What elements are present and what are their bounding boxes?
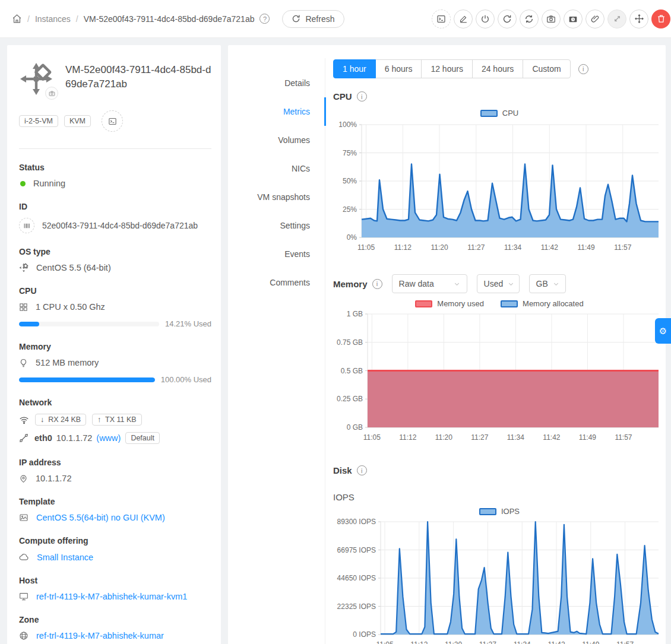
tab-settings[interactable]: Settings <box>228 211 326 240</box>
memory-info-icon[interactable]: i <box>372 279 382 289</box>
reboot-button[interactable] <box>498 9 517 28</box>
zone-link[interactable]: ref-trl-4119-k-M7-abhishek-kumar <box>36 631 164 640</box>
cpu-chart-block: CPU i CPU 0%25%50%75%100%11:0511:1211:20… <box>333 91 666 256</box>
legend-memory-allocated[interactable]: Memory allocated <box>501 299 584 308</box>
svg-text:11:34: 11:34 <box>514 640 531 644</box>
tab-details[interactable]: Details <box>228 69 326 97</box>
legend-cpu[interactable]: CPU <box>480 109 518 118</box>
nic-ip: 10.1.1.72 <box>56 433 92 443</box>
memory-usage-progressbar <box>19 377 155 382</box>
network-www-link[interactable]: (www) <box>96 433 121 443</box>
svg-text:11:20: 11:20 <box>445 640 462 644</box>
legend-swatch <box>501 300 518 307</box>
memory-chart: 0 GB0.25 GB0.5 GB0.75 GB1 GB11:0511:1211… <box>333 308 666 446</box>
svg-text:11:34: 11:34 <box>507 433 524 442</box>
time-range-group: 1 hour 6 hours 12 hours 24 hours Custom <box>333 59 571 78</box>
disk-chart-block: Disk i IOPS IOPS 0 IOPS22325 IOPS44650 I… <box>333 465 666 644</box>
location-pin-icon <box>19 474 28 483</box>
time-range-info-icon[interactable]: i <box>578 64 588 74</box>
destroy-button[interactable] <box>651 9 670 28</box>
cpu-cores-icon <box>19 303 28 312</box>
gear-icon: ⚙ <box>659 326 667 337</box>
change-icon-camera-badge[interactable] <box>45 87 58 100</box>
svg-text:75%: 75% <box>343 149 357 157</box>
nic-link-icon <box>19 433 29 443</box>
legend-label: IOPS <box>501 507 520 516</box>
svg-text:11:42: 11:42 <box>541 243 558 252</box>
svg-text:22325 IOPS: 22325 IOPS <box>337 602 376 611</box>
stop-power-button[interactable] <box>476 9 495 28</box>
console-icon[interactable] <box>102 110 123 132</box>
refresh-button[interactable]: Refresh <box>282 10 344 28</box>
rx-tag: ↓ RX 24 KB <box>35 414 86 426</box>
help-circle-icon[interactable]: ? <box>259 14 270 24</box>
tab-comments[interactable]: Comments <box>228 268 326 297</box>
svg-text:11:27: 11:27 <box>479 640 496 644</box>
home-icon[interactable] <box>12 14 22 24</box>
status-value: Running <box>33 179 65 188</box>
svg-text:11:42: 11:42 <box>547 640 565 644</box>
svg-text:11:12: 11:12 <box>394 243 412 252</box>
svg-text:11:05: 11:05 <box>376 640 393 644</box>
breadcrumb: / Instances / VM-52e00f43-7911-4dc4-85bd… <box>12 10 344 28</box>
memory-value: 512 MB memory <box>36 358 99 367</box>
range-12-hours-button[interactable]: 12 hours <box>421 59 472 78</box>
id-value: 52e00f43-7911-4dc4-85bd-d69de7a721ab <box>42 221 198 230</box>
svg-text:11:27: 11:27 <box>467 243 485 252</box>
tab-metrics[interactable]: Metrics <box>228 97 326 126</box>
barcode-icon <box>19 218 34 233</box>
host-link[interactable]: ref-trl-4119-k-M7-abhishek-kumar-kvm1 <box>36 592 187 601</box>
id-label: ID <box>19 202 211 211</box>
scale-button <box>607 9 626 28</box>
disk-chart-title: Disk <box>333 465 352 475</box>
tab-volumes[interactable]: Volumes <box>228 126 326 154</box>
tab-nics[interactable]: NICs <box>228 154 326 183</box>
range-6-hours-button[interactable]: 6 hours <box>375 59 422 78</box>
status-label: Status <box>19 163 211 172</box>
legend-swatch <box>415 300 432 307</box>
range-1-hour-button[interactable]: 1 hour <box>333 59 376 78</box>
vm-internal-name-tag: i-2-5-VM <box>19 115 58 127</box>
host-label: Host <box>19 576 211 585</box>
memory-data-select[interactable]: Raw data <box>392 274 467 293</box>
template-link[interactable]: CentOS 5.5(64-bit) no GUI (KVM) <box>36 513 165 522</box>
svg-text:0.75 GB: 0.75 GB <box>337 338 363 347</box>
snapshot-camera-button[interactable] <box>542 9 561 28</box>
memory-chart-block: Memory i Raw data Used GB Memory <box>333 274 666 446</box>
svg-text:50%: 50% <box>343 177 357 185</box>
chevron-down-icon <box>553 281 559 287</box>
svg-text:11:20: 11:20 <box>435 433 452 442</box>
disk-info-icon[interactable]: i <box>357 465 367 475</box>
svg-text:11:49: 11:49 <box>579 433 596 442</box>
reinstall-sync-button[interactable] <box>520 9 539 28</box>
offering-link[interactable]: Small Instance <box>37 553 93 562</box>
tab-events[interactable]: Events <box>228 240 326 268</box>
iops-subtitle: IOPS <box>333 492 666 502</box>
vm-detail-card: Details Metrics Volumes NICs VM snapshot… <box>228 45 666 644</box>
theme-settings-button[interactable]: ⚙ <box>655 318 671 344</box>
svg-text:11:20: 11:20 <box>431 243 448 252</box>
cpu-legend: CPU <box>333 109 666 118</box>
cpu-info-icon[interactable]: i <box>357 91 367 101</box>
breadcrumb-current: VM-52e00f43-7911-4dc4-85bd-d69de7a721ab <box>84 14 255 24</box>
console-button[interactable] <box>432 9 451 28</box>
memory-unit-select[interactable]: GB <box>529 274 566 293</box>
tab-vm-snapshots[interactable]: VM snapshots <box>228 183 326 211</box>
attach-iso-button[interactable] <box>585 9 604 28</box>
edit-button[interactable] <box>454 9 473 28</box>
zone-label: Zone <box>19 615 211 624</box>
legend-memory-used[interactable]: Memory used <box>415 299 484 308</box>
legend-iops[interactable]: IOPS <box>479 507 520 516</box>
range-24-hours-button[interactable]: 24 hours <box>472 59 523 78</box>
memory-metric-select[interactable]: Used <box>477 274 520 293</box>
range-custom-button[interactable]: Custom <box>523 59 570 78</box>
memory-section: Memory 512 MB memory 100.00% Used <box>19 342 211 384</box>
migrate-button[interactable] <box>629 9 648 28</box>
svg-text:11:12: 11:12 <box>410 640 428 644</box>
cpu-value: 1 CPU x 0.50 Ghz <box>36 302 105 312</box>
legend-swatch <box>479 508 496 515</box>
svg-text:1 GB: 1 GB <box>347 310 363 318</box>
breadcrumb-instances-link[interactable]: Instances <box>35 14 71 24</box>
vm-snapshot-camera-button[interactable] <box>564 9 583 28</box>
svg-text:11:49: 11:49 <box>582 640 599 644</box>
